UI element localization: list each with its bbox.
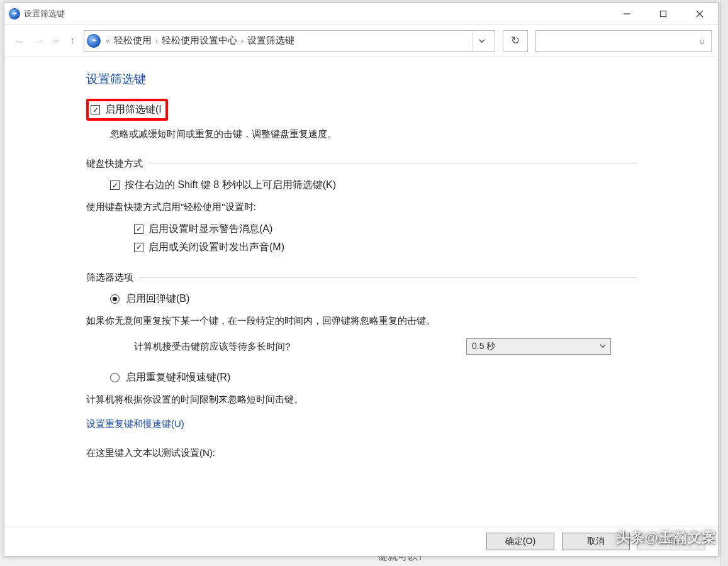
page-title: 设置筛选键 xyxy=(86,71,718,87)
repeat-slow-keys-radio[interactable] xyxy=(110,373,120,382)
forward-button[interactable]: → xyxy=(31,32,48,50)
divider xyxy=(149,164,636,164)
enable-filter-keys-highlight: 启用筛选键(I xyxy=(86,99,168,121)
hold-shift-label[interactable]: 按住右边的 Shift 键 8 秒钟以上可启用筛选键(K) xyxy=(125,179,336,192)
recent-dropdown[interactable] xyxy=(51,32,61,50)
wait-time-label: 计算机接受击键前应该等待多长时间? xyxy=(134,341,290,353)
title-bar: ✦ 设置筛选键 xyxy=(4,3,718,25)
breadcrumb-sep-icon: › xyxy=(241,36,244,45)
enable-filter-keys-checkbox[interactable] xyxy=(91,105,100,114)
address-bar[interactable]: ✦ « 轻松使用 › 轻松使用设置中心 › 设置筛选键 xyxy=(84,30,495,52)
refresh-button[interactable]: ↻ xyxy=(503,30,528,52)
group-keyboard-shortcut: 键盘快捷方式 xyxy=(86,158,143,170)
enable-filter-keys-desc: 忽略或减缓短时间或重复的击键，调整键盘重复速度。 xyxy=(110,128,718,140)
wait-time-combo[interactable]: 0.5 秒 xyxy=(466,338,611,355)
group-filter-options: 筛选器选项 xyxy=(86,272,133,284)
make-sound-label[interactable]: 启用或关闭设置时发出声音(M) xyxy=(148,241,284,254)
hold-shift-checkbox[interactable] xyxy=(110,180,120,190)
bounce-keys-radio[interactable] xyxy=(110,294,120,304)
make-sound-checkbox[interactable] xyxy=(134,243,143,252)
filter-keys-window: ✦ 设置筛选键 ← → ↑ ✦ « 轻松使用 › 轻松 xyxy=(4,3,719,557)
chevron-left-icon: « xyxy=(106,36,110,45)
repeat-slow-keys-desc: 计算机将根据你设置的时间限制来忽略短时间击键。 xyxy=(86,391,718,409)
watermark: 头条@玉瀚文案 xyxy=(616,528,717,547)
bounce-keys-label[interactable]: 启用回弹键(B) xyxy=(126,292,189,306)
when-using-label: 使用键盘快捷方式启用"轻松使用"设置时: xyxy=(86,198,718,216)
repeat-slow-keys-link[interactable]: 设置重复键和慢速键(U) xyxy=(86,415,718,433)
svg-line-3 xyxy=(697,11,703,17)
ok-button[interactable]: 确定(O) xyxy=(486,533,554,550)
search-input[interactable]: ⌕ xyxy=(535,30,712,52)
breadcrumb-ease-of-access[interactable]: 轻松使用 xyxy=(114,35,152,47)
close-button[interactable] xyxy=(681,3,718,25)
window-title: 设置筛选键 xyxy=(24,8,65,19)
maximize-button[interactable] xyxy=(645,3,681,25)
breadcrumb-center[interactable]: 轻松使用设置中心 xyxy=(162,35,237,47)
show-warning-checkbox[interactable] xyxy=(134,225,143,234)
enable-filter-keys-label[interactable]: 启用筛选键(I xyxy=(105,103,162,116)
bounce-keys-desc: 如果你无意间重复按下某一个键，在一段特定的时间内，回弹键将忽略重复的击键。 xyxy=(86,312,718,330)
breadcrumb-current[interactable]: 设置筛选键 xyxy=(247,35,294,47)
nav-row: ← → ↑ ✦ « 轻松使用 › 轻松使用设置中心 › 设置筛选键 ↻ ⌕ xyxy=(4,25,718,57)
footer: 确定(O) 取消 应用(A) xyxy=(4,526,718,556)
search-icon: ⌕ xyxy=(699,35,705,46)
show-warning-label[interactable]: 启用设置时显示警告消息(A) xyxy=(148,223,272,236)
chevron-down-icon xyxy=(599,341,607,352)
divider xyxy=(140,277,636,278)
content-area: 设置筛选键 启用筛选键(I 忽略或减缓短时间或重复的击键，调整键盘重复速度。 键… xyxy=(4,57,718,526)
test-label: 在这里键入文本以测试设置(N): xyxy=(86,444,718,462)
breadcrumb-sep-icon: › xyxy=(155,36,158,45)
svg-rect-1 xyxy=(661,11,666,17)
address-dropdown-button[interactable] xyxy=(472,31,491,51)
wait-time-value: 0.5 秒 xyxy=(472,341,495,352)
back-button[interactable]: ← xyxy=(11,32,28,50)
repeat-slow-keys-label[interactable]: 启用重复键和慢速键(R) xyxy=(126,371,230,384)
minimize-button[interactable] xyxy=(608,3,645,25)
app-icon: ✦ xyxy=(9,8,20,19)
svg-line-2 xyxy=(697,11,703,17)
path-icon: ✦ xyxy=(87,34,101,48)
up-button[interactable]: ↑ xyxy=(64,32,81,50)
